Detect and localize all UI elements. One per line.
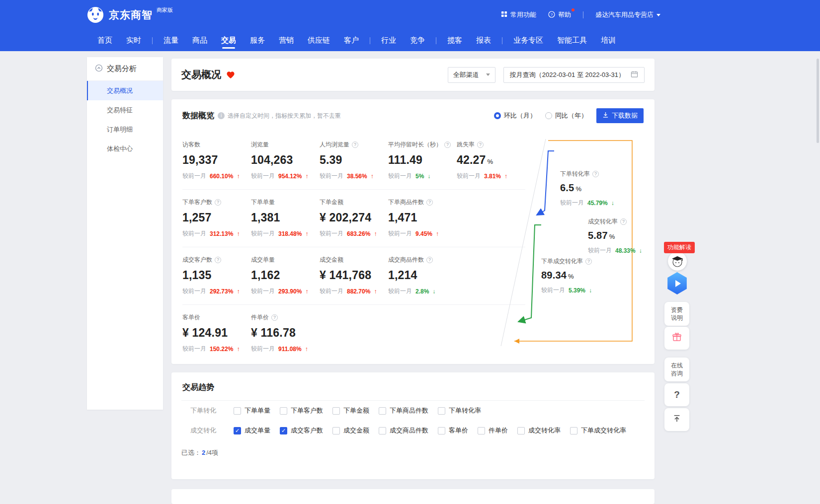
- metric-value: 1,257: [182, 211, 251, 224]
- help-icon[interactable]: ?: [215, 257, 221, 263]
- download-data-button[interactable]: 下载数据: [596, 108, 644, 123]
- compare-label: 较前一月: [388, 172, 412, 180]
- quick-menu-button[interactable]: 常用功能: [501, 10, 536, 19]
- nav-item-8[interactable]: 客户: [337, 30, 366, 51]
- sidebar: 交易分析 交易概况交易特征订单明细体检中心: [87, 57, 163, 410]
- help-button[interactable]: ? 帮助: [548, 10, 571, 19]
- trend-option[interactable]: 下单单量: [234, 406, 270, 415]
- info-icon[interactable]: i: [218, 112, 225, 119]
- metric-unit: %: [575, 185, 581, 193]
- chevron-down-icon: [486, 73, 490, 76]
- metric-value: 104,263: [251, 153, 320, 167]
- page-scrollbar[interactable]: [817, 59, 819, 143]
- video-guide-button[interactable]: [666, 272, 688, 294]
- compare-label: 较前一月: [251, 229, 275, 238]
- nav-item-4[interactable]: 交易: [214, 30, 243, 51]
- mascot-assistant-icon[interactable]: [668, 252, 687, 271]
- sidebar-items: 交易概况交易特征订单明细体检中心: [87, 81, 163, 158]
- trend-option[interactable]: 成交转化率: [517, 426, 561, 435]
- compare-value: 9.45%: [415, 230, 432, 237]
- trend-option[interactable]: 成交商品件数: [379, 426, 428, 435]
- help-icon[interactable]: ?: [426, 257, 433, 263]
- nav-item-10[interactable]: 竞争: [403, 30, 432, 51]
- metric-label-row: 成交转化率?: [588, 217, 656, 226]
- arrow-down-icon: ↓: [589, 287, 592, 294]
- trend-option[interactable]: 下单商品件数: [379, 406, 428, 415]
- help-icon[interactable]: ?: [620, 218, 627, 225]
- sidebar-item-1[interactable]: 交易特征: [87, 100, 163, 120]
- metric-card: 访客数19,337较前一月660.10%↑: [182, 141, 251, 180]
- nav-item-6[interactable]: 营销: [272, 30, 301, 51]
- help-icon[interactable]: ?: [592, 171, 599, 177]
- nav-item-14[interactable]: 智能工具: [550, 30, 594, 51]
- nav-item-7[interactable]: 供应链: [301, 30, 337, 51]
- metric-label: 成交商品件数: [388, 256, 424, 264]
- shop-name: 盛达汽车用品专营店: [595, 10, 654, 19]
- help-icon[interactable]: ?: [585, 258, 592, 265]
- trend-option[interactable]: 下单金额: [332, 406, 369, 415]
- currency-prefix: ¥: [251, 326, 261, 339]
- gift-button[interactable]: [664, 327, 689, 350]
- sidebar-item-2[interactable]: 订单明细: [87, 120, 163, 139]
- nav-item-5[interactable]: 服务: [243, 30, 272, 51]
- channel-select[interactable]: 全部渠道: [448, 67, 495, 83]
- metric-card: 下单商品件数?1,471较前一月9.45%↑: [388, 198, 457, 238]
- metric-number: 141,768: [329, 269, 372, 282]
- selected-label: 已选：: [181, 449, 201, 456]
- radio-month-over-month[interactable]: 环比（月）: [494, 111, 536, 120]
- trend-option[interactable]: ✓成交客户数: [280, 426, 323, 435]
- date-range-picker[interactable]: 按月查询（2022-03-01 至 2022-03-31）: [503, 67, 645, 83]
- online-consult-button[interactable]: 在线 咨询: [664, 358, 689, 381]
- metric-row: 客单价¥ 124.91较前一月150.22%↑件单价?¥ 116.78较前一月9…: [182, 305, 525, 362]
- favorite-heart-icon[interactable]: [226, 71, 235, 79]
- radio-year-over-year[interactable]: 同比（年）: [545, 111, 587, 120]
- nav-item-15[interactable]: 培训: [594, 30, 623, 51]
- nav-item-3[interactable]: 商品: [185, 30, 214, 51]
- help-label: 帮助: [558, 10, 571, 19]
- checkbox-icon: [379, 427, 386, 434]
- trend-option-label: 成交客户数: [291, 426, 323, 435]
- sidebar-item-3[interactable]: 体检中心: [87, 139, 163, 158]
- back-to-top-button[interactable]: [664, 408, 689, 431]
- transaction-analysis-icon: [95, 64, 103, 73]
- trend-option[interactable]: 下单客户数: [280, 406, 323, 415]
- fee-info-button[interactable]: 资费 说明: [664, 302, 689, 326]
- metric-card: 成交商品件数?1,214较前一月2.8%↓: [388, 256, 457, 295]
- nav-item-1[interactable]: 实时: [119, 30, 148, 51]
- nav-item-0[interactable]: 首页: [90, 30, 119, 51]
- trend-group-0: 下单转化下单单量下单客户数下单金额下单商品件数下单转化率: [171, 401, 655, 421]
- help-circle-icon: ?: [548, 11, 555, 19]
- shop-account-menu[interactable]: 盛达汽车用品专营店: [595, 10, 660, 19]
- help-icon[interactable]: ?: [271, 314, 278, 321]
- trend-option[interactable]: 下单成交转化率: [570, 426, 626, 435]
- help-icon[interactable]: ?: [426, 199, 433, 206]
- trend-option[interactable]: 成交金额: [332, 426, 369, 435]
- metric-card: 成交金额¥ 141,768较前一月882.70%↑: [320, 256, 388, 295]
- nav-item-2[interactable]: 流量: [157, 30, 185, 51]
- page-title: 交易概况: [181, 68, 221, 81]
- nav-item-12[interactable]: 报表: [469, 30, 498, 51]
- radio-dot-checked: [494, 112, 501, 119]
- nav-item-11[interactable]: 揽客: [440, 30, 469, 51]
- feature-guide-badge[interactable]: 功能解读: [664, 242, 695, 253]
- logo[interactable]: 京东商智 商家版: [87, 0, 173, 30]
- nav-item-9[interactable]: 行业: [374, 30, 403, 51]
- metric-value: 5.87%: [588, 230, 656, 241]
- metric-row: 访客数19,337较前一月660.10%↑浏览量104,263较前一月954.1…: [182, 132, 525, 190]
- compare-value: 45.79%: [587, 200, 608, 207]
- trend-option[interactable]: 下单转化率: [438, 406, 481, 415]
- help-float-button[interactable]: ?: [664, 383, 689, 406]
- nav-divider: [436, 37, 436, 44]
- compare-value: 48.33%: [615, 247, 636, 254]
- compare-label: 较前一月: [541, 286, 565, 294]
- help-icon[interactable]: ?: [477, 142, 484, 148]
- compare-label: 较前一月: [388, 287, 412, 295]
- nav-item-13[interactable]: 业务专区: [506, 30, 550, 51]
- trend-option[interactable]: 客单价: [438, 426, 468, 435]
- sidebar-item-0[interactable]: 交易概况: [87, 81, 163, 100]
- help-icon[interactable]: ?: [352, 142, 358, 148]
- help-icon[interactable]: ?: [215, 199, 221, 206]
- trend-option[interactable]: ✓成交单量: [234, 426, 270, 435]
- trend-option[interactable]: 件单价: [478, 426, 508, 435]
- help-icon[interactable]: ?: [444, 142, 451, 148]
